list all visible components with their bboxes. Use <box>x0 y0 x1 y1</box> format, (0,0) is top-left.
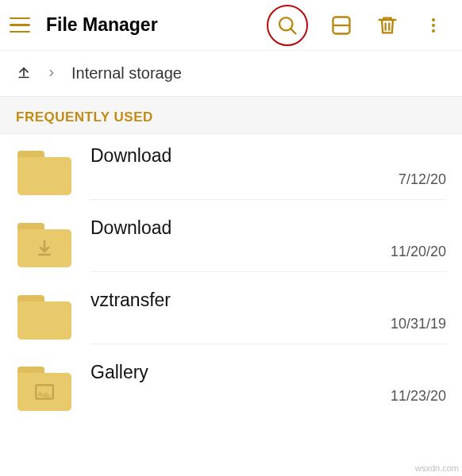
watermark: wsxdn.com <box>415 463 459 473</box>
app-title: File Manager <box>46 14 158 36</box>
topbar: File Manager <box>0 0 462 51</box>
list-item[interactable]: Download 7/12/20 <box>0 134 462 206</box>
chevron-right-icon <box>46 64 57 83</box>
svg-point-8 <box>432 29 435 33</box>
breadcrumb-location[interactable]: Internal storage <box>71 64 182 83</box>
search-button[interactable] <box>267 5 308 46</box>
item-date: 11/23/20 <box>90 388 446 405</box>
list-item[interactable]: Gallery 11/23/20 <box>0 351 462 422</box>
folder-image-icon <box>16 363 73 414</box>
item-date: 7/12/20 <box>90 171 446 188</box>
up-icon[interactable] <box>16 63 32 83</box>
topbar-actions <box>267 5 452 46</box>
svg-point-6 <box>432 18 435 21</box>
list-item[interactable]: vztransfer 10/31/19 <box>0 278 462 351</box>
folder-icon <box>16 148 73 198</box>
svg-line-1 <box>291 29 295 33</box>
item-date: 10/31/19 <box>90 316 446 332</box>
list-item[interactable]: Download 11/20/20 <box>0 206 462 278</box>
item-name: Gallery <box>90 362 446 383</box>
more-options-button[interactable] <box>421 13 446 38</box>
folder-list: Download 7/12/20 Download 11/20/20 vztra… <box>0 134 462 422</box>
search-icon <box>275 13 300 38</box>
item-name: Download <box>90 217 446 239</box>
hamburger-menu-icon[interactable] <box>10 13 35 38</box>
item-name: vztransfer <box>90 290 446 311</box>
trash-button[interactable] <box>375 13 400 38</box>
item-name: Download <box>90 145 446 167</box>
section-header: FREQUENTLY USED <box>0 97 462 134</box>
folder-download-icon <box>16 220 73 271</box>
folder-icon <box>16 292 73 343</box>
split-view-button[interactable] <box>329 13 354 38</box>
section-title: FREQUENTLY USED <box>16 109 446 125</box>
item-date: 11/20/20 <box>90 244 446 260</box>
breadcrumb[interactable]: Internal storage <box>0 51 462 97</box>
svg-point-7 <box>432 24 435 27</box>
